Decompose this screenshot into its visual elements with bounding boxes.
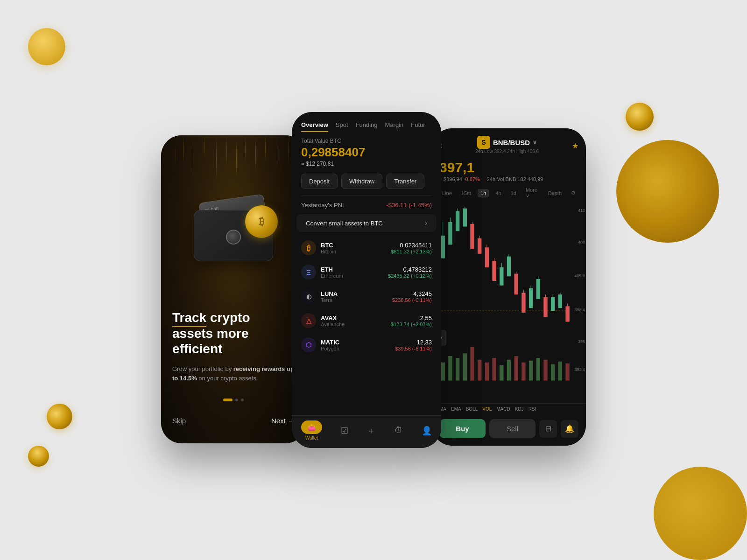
24h-range: 24h Low 392,4 24h High 406,6 xyxy=(442,149,572,156)
phones-container: ns.ban ₿ Track crypto assets more effici… xyxy=(161,112,586,448)
nav-add[interactable]: ＋ xyxy=(367,425,375,436)
tf-4h[interactable]: 4h xyxy=(493,189,504,197)
next-button[interactable]: Next → xyxy=(271,417,295,425)
indicator-bar: MA EMA BOLL VOL MACD KDJ RSI xyxy=(432,403,586,414)
deco-circle-bottom-right xyxy=(654,467,747,560)
deco-coin-bottom-left-2 xyxy=(26,443,51,469)
svg-rect-48 xyxy=(529,361,533,381)
svg-rect-51 xyxy=(551,364,555,381)
phone-onboarding: ns.ban ₿ Track crypto assets more effici… xyxy=(161,135,306,443)
deco-coin-right-top xyxy=(626,103,654,131)
add-nav-icon: ＋ xyxy=(367,425,375,436)
svg-rect-44 xyxy=(500,365,503,380)
transfer-button[interactable]: Transfer xyxy=(386,174,424,189)
tf-15m[interactable]: 15m xyxy=(458,189,474,197)
asset-item-avax[interactable]: △ AVAX Avalanche 2,55 $173.74 (+2.07%) xyxy=(292,308,441,333)
skip-button[interactable]: Skip xyxy=(172,417,186,425)
tf-1h[interactable]: 1h xyxy=(478,189,489,197)
btc-amount: 0,02345411 xyxy=(391,242,432,249)
asset-item-btc[interactable]: ₿ BTC Bitcoin 0,02345411 $811,32 (+2.13%… xyxy=(292,236,441,260)
deco-coin-bottom-left-1 xyxy=(43,400,76,433)
svg-rect-52 xyxy=(558,362,562,381)
tab-overview[interactable]: Overview xyxy=(301,121,328,132)
avax-amount: 2,55 xyxy=(391,315,432,322)
svg-rect-46 xyxy=(514,356,518,380)
low-label: 24h Low xyxy=(475,149,494,154)
tf-line[interactable]: Line xyxy=(439,189,455,197)
bnb-icon: S xyxy=(477,136,490,149)
svg-rect-42 xyxy=(485,363,489,381)
ind-ema[interactable]: EMA xyxy=(451,406,461,412)
tf-more[interactable]: More ∨ xyxy=(523,186,542,200)
asset-item-luna[interactable]: ◐ LUNA Terra 4,3245 $236,56 (-0.11%) xyxy=(292,284,441,308)
action-buttons: Deposit Withdraw Transfer xyxy=(301,174,432,189)
check-nav-icon: ☑ xyxy=(341,426,348,436)
settings-icon[interactable]: ⚙ xyxy=(568,189,578,197)
ind-boll[interactable]: BOLL xyxy=(466,406,478,412)
favorite-star-icon[interactable]: ★ xyxy=(572,141,578,150)
timeframe-selector: Line 15m 1h 4h 1d More ∨ Depth ⚙ xyxy=(432,182,586,204)
eth-fullname: Ethereum xyxy=(321,273,343,279)
svg-rect-23 xyxy=(521,293,525,313)
ind-kdj[interactable]: KDJ xyxy=(515,406,524,412)
price-change: -0.87% xyxy=(464,176,480,182)
profile-nav-icon: 👤 xyxy=(422,426,432,436)
matic-amount: 12,33 xyxy=(395,339,432,346)
eth-symbol: ETH xyxy=(321,266,343,273)
svg-rect-38 xyxy=(456,358,459,381)
ind-vol[interactable]: VOL xyxy=(482,406,492,412)
convert-arrow-icon: › xyxy=(425,219,427,227)
price-label-4: 398.4 xyxy=(574,308,585,312)
tf-depth[interactable]: Depth xyxy=(545,189,564,197)
vol-info: 24h Vol BNB 182 440,99 xyxy=(487,176,543,182)
ind-macd[interactable]: MACD xyxy=(496,406,510,412)
pair-label: BNB/BUSD xyxy=(493,139,530,147)
tab-funding[interactable]: Funding xyxy=(356,121,378,132)
ind-rsi[interactable]: RSI xyxy=(529,406,536,412)
svg-rect-35 xyxy=(565,306,569,322)
deposit-button[interactable]: Deposit xyxy=(301,174,338,189)
svg-rect-13 xyxy=(485,247,489,267)
calculator-icon-button[interactable]: ⊟ xyxy=(539,420,557,438)
asset-item-eth[interactable]: Ξ ETH Ethereum 0,4783212 $2435,32 (+0.12… xyxy=(292,260,441,284)
luna-icon: ◐ xyxy=(301,289,316,304)
nav-profile[interactable]: 👤 xyxy=(422,426,432,436)
convert-row[interactable]: Convert small assets to BTC › xyxy=(296,214,437,232)
pnl-label: Yestarday's PNL xyxy=(301,202,345,209)
dot-3 xyxy=(241,399,244,401)
tab-futures[interactable]: Futur xyxy=(411,121,425,132)
wallet-nav-label: Wallet xyxy=(305,435,318,441)
svg-rect-5 xyxy=(456,211,459,231)
current-price: 397,1 xyxy=(439,160,578,175)
price-label-2: 408 xyxy=(578,240,585,245)
svg-rect-7 xyxy=(463,209,467,227)
svg-rect-40 xyxy=(470,347,474,381)
asset-item-matic[interactable]: ⬡ MATIC Polygon 12,33 $39,56 (-6.11%) xyxy=(292,333,441,357)
svg-rect-45 xyxy=(507,360,511,381)
btc-usd: $811,32 (+2.13%) xyxy=(391,249,432,254)
bell-icon-button[interactable]: 🔔 xyxy=(561,420,578,438)
svg-rect-19 xyxy=(507,257,511,277)
asset-list: ₿ BTC Bitcoin 0,02345411 $811,32 (+2.13%… xyxy=(292,232,441,415)
price-row: 397,1 ≈ $396,94 -0.87% 24h Vol BNB 182 4… xyxy=(432,160,586,182)
nav-history[interactable]: ⏱ xyxy=(395,426,403,435)
price-label-1: 412 xyxy=(578,208,585,213)
luna-amount: 4,3245 xyxy=(392,290,432,297)
svg-rect-17 xyxy=(500,267,503,286)
tab-margin[interactable]: Margin xyxy=(385,121,404,132)
nav-wallet[interactable]: 👛 Wallet xyxy=(301,420,322,441)
nav-check[interactable]: ☑ xyxy=(341,426,348,436)
high-label: 24h High xyxy=(507,149,527,154)
price-subtitle: ≈ $396,94 -0.87% 24h Vol BNB 182 440,99 xyxy=(439,176,578,182)
wallet-header: Overview Spot Funding Margin Futur Total… xyxy=(292,112,441,196)
buy-button[interactable]: Buy xyxy=(439,419,486,438)
withdraw-button[interactable]: Withdraw xyxy=(341,174,382,189)
pagination-dots xyxy=(223,399,244,401)
sell-button[interactable]: Sell xyxy=(489,419,536,438)
eth-amount: 0,4783212 xyxy=(388,266,432,273)
onboarding-subtitle: Grow your portfolio by receiving rewards… xyxy=(172,364,295,383)
tab-spot[interactable]: Spot xyxy=(336,121,348,132)
price-label-5: 395 xyxy=(578,339,585,344)
trade-buttons: Buy Sell ⊟ 🔔 xyxy=(432,414,586,446)
tf-1d[interactable]: 1d xyxy=(508,189,519,197)
